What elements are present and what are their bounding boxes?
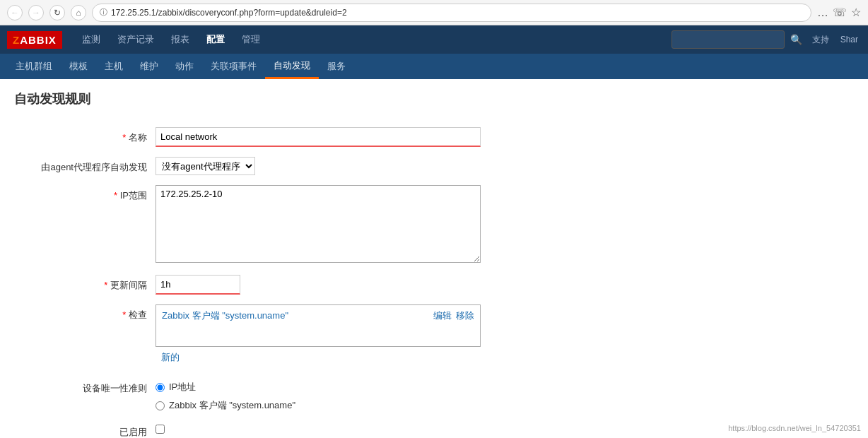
interval-label: 更新间隔	[14, 275, 156, 292]
browser-bar: ← → ↻ ⌂ ⓘ 172.25.25.1/zabbix/discoveryco…	[0, 0, 868, 25]
check-item-label: Zabbix 客户端 "system.uname"	[162, 309, 288, 322]
top-menu-monitor[interactable]: 监测	[74, 25, 109, 54]
discovery-form: 名称 由agent代理程序自动发现 没有agent代理程序 IP范围 172.2…	[14, 127, 854, 438]
ip-control: 172.25.25.2-10	[156, 185, 854, 265]
uniqueness-ip-label: IP地址	[169, 381, 196, 393]
check-item-row: Zabbix 客户端 "system.uname" 编辑 移除	[156, 305, 480, 326]
name-control	[156, 127, 854, 147]
uniqueness-agent-label: Zabbix 客户端 "system.uname"	[169, 399, 295, 412]
global-search-input[interactable]	[671, 30, 785, 49]
lock-icon: ⓘ	[100, 7, 107, 18]
agent-label: 由agent代理程序自动发现	[14, 157, 156, 174]
refresh-button[interactable]: ↻	[49, 5, 65, 20]
enabled-checkbox[interactable]	[156, 425, 165, 434]
ip-range-row: IP范围 172.25.25.2-10	[14, 185, 854, 265]
extensions-icon: …	[817, 6, 828, 19]
share-button[interactable]: Shar	[836, 35, 862, 45]
top-menu-admin[interactable]: 管理	[233, 25, 269, 54]
uniqueness-ip-radio[interactable]	[156, 383, 165, 392]
uniqueness-control: IP地址 Zabbix 客户端 "system.uname"	[156, 378, 854, 412]
top-menu-reports[interactable]: 报表	[163, 25, 198, 54]
nav-correlations[interactable]: 关联项事件	[202, 54, 265, 79]
nav-services[interactable]: 服务	[319, 54, 354, 79]
back-button[interactable]: ←	[7, 5, 23, 20]
browser-actions: … ☏ ☆	[817, 6, 861, 19]
uniqueness-row: 设备唯一性准则 IP地址 Zabbix 客户端 "system.uname"	[14, 378, 854, 412]
nav-maintenance[interactable]: 维护	[131, 54, 167, 79]
forward-button[interactable]: →	[28, 5, 44, 20]
uniqueness-label: 设备唯一性准则	[14, 378, 156, 395]
search-icon[interactable]: 🔍	[787, 32, 805, 47]
uniqueness-radio-group: IP地址 Zabbix 客户端 "system.uname"	[156, 378, 854, 412]
nav-actions[interactable]: 动作	[167, 54, 202, 79]
enabled-label: 已启用	[14, 422, 156, 438]
url-text: 172.25.25.1/zabbix/discoveryconf.php?for…	[111, 8, 347, 18]
checks-actions: 编辑 移除	[433, 309, 474, 322]
agent-control: 没有agent代理程序	[156, 157, 854, 175]
name-row: 名称	[14, 127, 854, 147]
address-bar[interactable]: ⓘ 172.25.25.1/zabbix/discoveryconf.php?f…	[92, 4, 811, 22]
checks-control: Zabbix 客户端 "system.uname" 编辑 移除 新的	[156, 304, 854, 368]
checks-box: Zabbix 客户端 "system.uname" 编辑 移除	[156, 304, 481, 347]
home-button[interactable]: ⌂	[71, 5, 86, 20]
edit-check-link[interactable]: 编辑	[433, 309, 452, 322]
bookmark-icon: ☏	[833, 6, 847, 19]
page-content: 自动发现规则 名称 由agent代理程序自动发现 没有agent代理程序 IP范…	[0, 79, 868, 438]
nav-hosts[interactable]: 主机	[96, 54, 131, 79]
top-menu-bar: ZABBIX 监测 资产记录 报表 配置 管理 🔍 支持 Shar	[0, 25, 868, 54]
agent-select[interactable]: 没有agent代理程序	[156, 157, 255, 175]
ip-label: IP范围	[14, 185, 156, 202]
uniqueness-ip-option[interactable]: IP地址	[156, 381, 854, 393]
remove-check-link[interactable]: 移除	[456, 309, 474, 322]
support-button[interactable]: 支持	[808, 34, 833, 46]
top-menu-assets[interactable]: 资产记录	[109, 25, 163, 54]
agent-row: 由agent代理程序自动发现 没有agent代理程序	[14, 157, 854, 175]
nav-bar: 主机群组 模板 主机 维护 动作 关联项事件 自动发现 服务	[0, 54, 868, 79]
interval-control	[156, 275, 854, 295]
nav-discovery[interactable]: 自动发现	[265, 54, 319, 79]
name-label: 名称	[14, 127, 156, 144]
page-title: 自动发现规则	[14, 90, 854, 113]
uniqueness-agent-option[interactable]: Zabbix 客户端 "system.uname"	[156, 399, 854, 412]
top-menu-config[interactable]: 配置	[198, 25, 233, 54]
interval-input[interactable]	[156, 275, 240, 295]
star-icon: ☆	[851, 6, 861, 19]
top-menu-right: 🔍 支持 Shar	[671, 30, 862, 49]
watermark: https://blog.csdn.net/wei_ln_54720351	[728, 424, 861, 432]
nav-host-groups[interactable]: 主机群组	[7, 54, 61, 79]
checks-row: 检查 Zabbix 客户端 "system.uname" 编辑 移除 新的	[14, 304, 854, 368]
zabbix-logo: ZABBIX	[7, 31, 62, 49]
interval-row: 更新间隔	[14, 275, 854, 295]
nav-templates[interactable]: 模板	[61, 54, 96, 79]
name-input[interactable]	[156, 127, 481, 147]
checks-label: 检查	[14, 304, 156, 321]
uniqueness-agent-radio[interactable]	[156, 401, 165, 410]
ip-range-textarea[interactable]: 172.25.25.2-10	[156, 185, 481, 263]
new-check-link[interactable]: 新的	[156, 347, 185, 368]
